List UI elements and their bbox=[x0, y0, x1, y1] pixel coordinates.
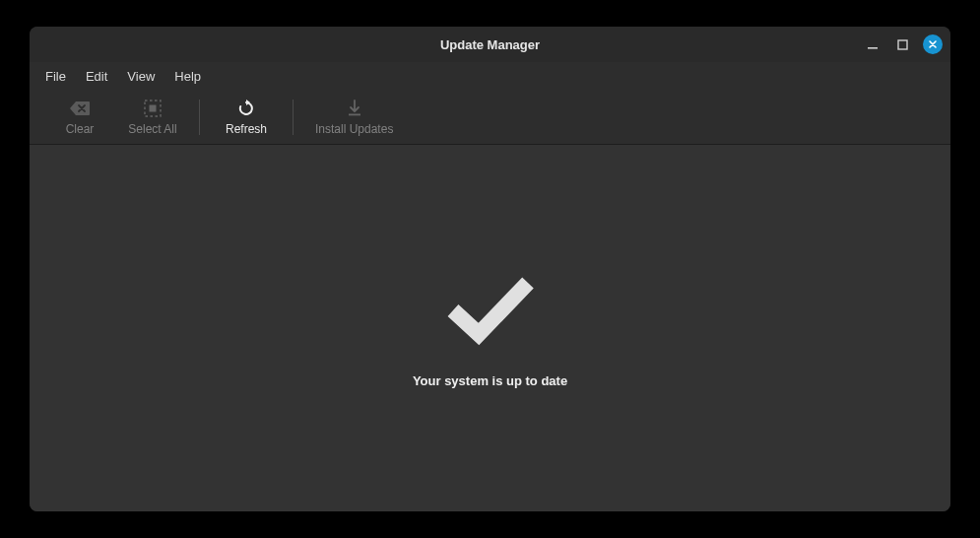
select-all-icon bbox=[144, 99, 162, 118]
content-area: Your system is up to date bbox=[30, 145, 950, 511]
titlebar: Update Manager bbox=[30, 27, 950, 62]
install-updates-label: Install Updates bbox=[315, 122, 393, 136]
minimize-button[interactable] bbox=[864, 35, 882, 53]
close-icon bbox=[928, 39, 938, 49]
svg-rect-1 bbox=[898, 40, 907, 49]
refresh-button[interactable]: Refresh bbox=[210, 95, 283, 140]
status-message: Your system is up to date bbox=[413, 373, 567, 388]
install-icon bbox=[347, 99, 362, 118]
menubar: File Edit View Help bbox=[30, 62, 950, 90]
toolbar: Clear Select All Refresh bbox=[30, 90, 950, 145]
svg-rect-4 bbox=[349, 113, 360, 115]
svg-rect-0 bbox=[868, 47, 878, 49]
window-controls bbox=[864, 27, 943, 62]
clear-icon bbox=[69, 99, 91, 118]
maximize-button[interactable] bbox=[893, 35, 911, 53]
toolbar-separator-2 bbox=[293, 100, 294, 135]
menu-file[interactable]: File bbox=[35, 65, 76, 88]
close-button[interactable] bbox=[923, 34, 943, 54]
clear-button[interactable]: Clear bbox=[43, 95, 116, 140]
toolbar-separator bbox=[199, 100, 200, 135]
select-all-label: Select All bbox=[128, 122, 176, 136]
minimize-icon bbox=[867, 38, 879, 50]
menu-help[interactable]: Help bbox=[164, 65, 211, 88]
checkmark-icon bbox=[443, 269, 538, 352]
menu-view[interactable]: View bbox=[117, 65, 164, 88]
update-manager-window: Update Manager File Edit View Help bbox=[30, 27, 950, 511]
window-title: Update Manager bbox=[440, 37, 540, 52]
clear-label: Clear bbox=[66, 122, 95, 136]
refresh-icon bbox=[237, 99, 255, 118]
maximize-icon bbox=[897, 39, 908, 50]
refresh-label: Refresh bbox=[226, 122, 267, 136]
select-all-button[interactable]: Select All bbox=[116, 95, 189, 140]
install-updates-button[interactable]: Install Updates bbox=[303, 95, 405, 140]
menu-edit[interactable]: Edit bbox=[76, 65, 117, 88]
svg-rect-3 bbox=[150, 104, 157, 111]
